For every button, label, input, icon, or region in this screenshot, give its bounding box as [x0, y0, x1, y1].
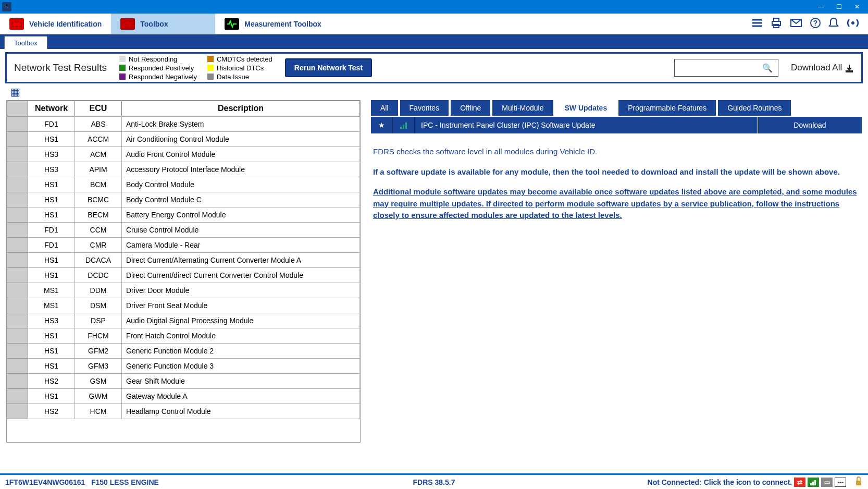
svg-rect-6: [774, 18, 779, 21]
svg-point-11: [851, 21, 854, 25]
maximize-button[interactable]: ☐: [836, 3, 842, 10]
search-input[interactable]: 🔍: [674, 59, 778, 77]
table-row[interactable]: MS1DDMDriver Door Module: [7, 283, 360, 298]
connection-green-icon[interactable]: [808, 478, 819, 487]
svg-rect-16: [812, 482, 814, 485]
minimize-button[interactable]: —: [817, 3, 824, 10]
connection-red-icon[interactable]: ⇄: [794, 478, 805, 487]
tab-vehicle-identification[interactable]: Vehicle Identification: [0, 14, 111, 34]
col-network[interactable]: Network: [28, 101, 75, 116]
status-bar: 1FT6W1EV4NWG06161 F150 LESS ENGINE FDRS …: [0, 473, 868, 489]
sub-tab-bar: Toolbox: [0, 34, 868, 49]
svg-rect-12: [400, 127, 402, 129]
status-version: FDRS 38.5.7: [413, 478, 455, 486]
table-row[interactable]: HS2HCMHeadlamp Control Module: [7, 404, 360, 419]
filter-sw-updates[interactable]: SW Updates: [555, 100, 617, 116]
table-row[interactable]: HS1FHCMFront Hatch Control Module: [7, 328, 360, 344]
svg-rect-15: [810, 483, 812, 485]
car-icon: [9, 18, 24, 30]
menu-icon[interactable]: [751, 18, 763, 29]
printer-icon[interactable]: [770, 17, 783, 30]
table-row[interactable]: FD1CMRCamera Module - Rear: [7, 238, 360, 253]
search-icon: 🔍: [762, 63, 773, 73]
grid-view-icon[interactable]: ▦: [6, 85, 361, 98]
info-line3: Additional module software updates may b…: [373, 186, 860, 222]
window-titlebar: F — ☐ ✕: [0, 0, 868, 14]
rerun-network-test-button[interactable]: Rerun Network Test: [285, 58, 372, 77]
filter-multi-module[interactable]: Multi-Module: [492, 100, 553, 116]
update-name[interactable]: IPC - Instrument Panel Cluster (IPC) Sof…: [415, 117, 758, 133]
table-row[interactable]: HS1ACCMAir Conditioning Control Module: [7, 132, 360, 147]
broadcast-icon[interactable]: [846, 17, 860, 30]
table-row[interactable]: HS2GSMGear Shift Module: [7, 374, 360, 389]
help-icon[interactable]: ?: [810, 17, 821, 30]
signal-icon: [393, 117, 415, 133]
download-button[interactable]: Download: [758, 117, 862, 133]
tab-label: Vehicle Identification: [29, 20, 102, 28]
module-table: Network ECU Description FD1ABSAnti-Lock …: [6, 100, 361, 443]
col-description[interactable]: Description: [122, 101, 360, 116]
network-test-title: Network Test Results: [14, 62, 107, 74]
table-row[interactable]: HS1GFM2Generic Function Module 2: [7, 344, 360, 359]
info-panel: FDRS checks the software level in all mo…: [371, 133, 862, 222]
tab-toolbox[interactable]: Toolbox: [111, 14, 215, 34]
main-tab-bar: Vehicle Identification Toolbox Measureme…: [0, 14, 868, 34]
svg-text:?: ?: [813, 19, 818, 27]
status-vin: 1FT6W1EV4NWG06161: [5, 478, 85, 486]
table-row[interactable]: HS3DSPAudio Digital Signal Processing Mo…: [7, 313, 360, 328]
tab-label: Toolbox: [140, 20, 168, 28]
filter-programmable-features[interactable]: Programmable Features: [618, 100, 716, 116]
close-button[interactable]: ✕: [854, 3, 860, 10]
table-scroll[interactable]: FD1ABSAnti-Lock Brake SystemHS1ACCMAir C…: [7, 116, 360, 437]
legend: Not Responding CMDTCs detected Responded…: [119, 55, 272, 81]
table-row[interactable]: FD1ABSAnti-Lock Brake System: [7, 117, 360, 132]
filter-guided-routines[interactable]: Guided Routines: [718, 100, 791, 116]
table-row[interactable]: HS1BECMBattery Energy Control Module: [7, 207, 360, 223]
app-icon: F: [2, 2, 11, 11]
svg-rect-0: [123, 23, 132, 27]
lock-icon[interactable]: [854, 476, 863, 488]
filter-offline[interactable]: Offline: [451, 100, 490, 116]
table-row[interactable]: HS1GWMGateway Module A: [7, 389, 360, 404]
filter-favorites[interactable]: Favorites: [400, 100, 449, 116]
bell-icon[interactable]: [828, 17, 839, 30]
table-row[interactable]: HS1BCMCBody Control Module C: [7, 192, 360, 207]
info-line1: FDRS checks the software level in all mo…: [373, 146, 860, 158]
table-row[interactable]: MS1DSMDriver Front Seat Module: [7, 298, 360, 313]
mail-icon[interactable]: [790, 18, 802, 29]
connection-dash-icon[interactable]: ---: [835, 478, 846, 487]
info-line2: If a software update is available for an…: [373, 166, 860, 178]
tab-measurement-toolbox[interactable]: Measurement Toolbox: [215, 14, 331, 34]
status-connection: Not Connected: Click the icon to connect…: [648, 478, 792, 486]
download-all-button[interactable]: Download All: [791, 63, 854, 73]
table-row[interactable]: FD1CCMCruise Control Module: [7, 223, 360, 238]
svg-rect-13: [403, 125, 404, 129]
table-row[interactable]: HS1DCACADirect Current/Alternating Curre…: [7, 253, 360, 268]
favorite-star-icon[interactable]: ★: [371, 117, 393, 133]
waveform-icon: [225, 18, 239, 30]
network-test-bar: Network Test Results Not Responding CMDT…: [5, 52, 863, 83]
svg-rect-18: [856, 481, 861, 485]
col-ecu[interactable]: ECU: [75, 101, 122, 116]
svg-rect-17: [814, 480, 816, 485]
svg-rect-1: [126, 21, 129, 23]
table-row[interactable]: HS3ACMAudio Front Control Module: [7, 147, 360, 162]
svg-rect-14: [405, 123, 407, 129]
filter-all[interactable]: All: [371, 100, 398, 116]
filter-tabs: All Favorites Offline Multi-Module SW Up…: [371, 100, 862, 116]
table-row[interactable]: HS1DCDCDirect Current/direct Current Con…: [7, 268, 360, 283]
tab-label: Measurement Toolbox: [244, 20, 321, 28]
table-row[interactable]: HS1BCMBody Control Module: [7, 177, 360, 192]
table-row[interactable]: HS1GFM3Generic Function Module 3: [7, 359, 360, 374]
connection-grey-icon[interactable]: ▭: [821, 478, 833, 487]
update-row: ★ IPC - Instrument Panel Cluster (IPC) S…: [371, 117, 862, 133]
status-vehicle: F150 LESS ENGINE: [91, 478, 159, 486]
table-row[interactable]: HS3APIMAccessory Protocol Interface Modu…: [7, 162, 360, 177]
toolbox-icon: [120, 18, 135, 30]
subtab-toolbox[interactable]: Toolbox: [4, 36, 47, 49]
